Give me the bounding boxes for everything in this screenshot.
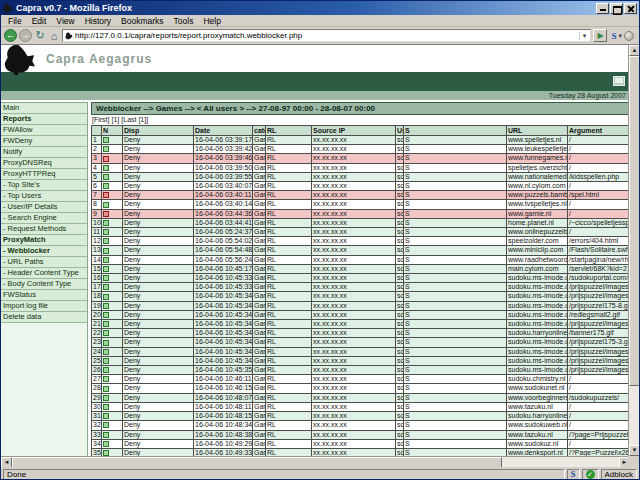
url-cell[interactable]: www.tvspelletjes.nl <box>507 200 568 209</box>
detail-cell[interactable] <box>102 182 123 191</box>
url-cell[interactable]: spelletjes.overzicht.nl <box>507 163 568 172</box>
scroll-up-icon[interactable]: ▲ <box>629 45 639 56</box>
vertical-scroll-thumb[interactable] <box>629 56 639 386</box>
detail-icon[interactable] <box>103 284 109 290</box>
url-cell[interactable]: www.sudokuweb.nl <box>507 421 568 430</box>
adblock-status[interactable]: Adblock <box>601 469 637 480</box>
url-cell[interactable]: sudoku.ms-imode.com <box>507 320 568 329</box>
sidebar-item[interactable]: - Webblocker <box>1 246 87 257</box>
detail-icon[interactable] <box>103 312 109 318</box>
url-cell[interactable]: sudoku.ms-imode.com <box>507 338 568 347</box>
go-button[interactable]: ▶ <box>593 29 607 42</box>
url-cell[interactable]: www.miniclip.com <box>507 246 568 255</box>
detail-icon[interactable] <box>103 376 109 382</box>
sidebar-item[interactable]: Reports <box>1 114 87 125</box>
reload-button[interactable]: ↻ <box>34 29 46 42</box>
sidebar-item[interactable]: ProxyMatch <box>1 235 87 246</box>
horizontal-scrollbar[interactable]: ◄ ► <box>1 456 630 467</box>
search-box[interactable]: S ▾ <box>609 29 636 42</box>
minimize-button[interactable] <box>596 3 609 14</box>
close-button[interactable] <box>624 3 637 14</box>
url-cell[interactable]: home.planet.nl <box>507 218 568 227</box>
detail-icon[interactable] <box>103 367 109 373</box>
pagination-link[interactable]: [Last [1]] <box>121 116 148 123</box>
back-button[interactable]: ← <box>4 29 17 42</box>
detail-icon[interactable] <box>103 303 109 309</box>
url-cell[interactable]: www.sudokuz.nl <box>507 439 568 448</box>
url-cell[interactable]: www.sudokunet.nl <box>507 384 568 393</box>
detail-cell[interactable] <box>102 439 123 448</box>
sidebar-item[interactable]: Main <box>1 103 87 114</box>
url-cell[interactable]: main.cylom.com <box>507 264 568 273</box>
menu-item[interactable]: View <box>51 16 79 26</box>
statusbar-s-icon[interactable]: S <box>567 469 580 480</box>
menu-item[interactable]: Edit <box>27 16 52 26</box>
detail-cell[interactable] <box>102 200 123 209</box>
detail-icon[interactable] <box>103 248 109 254</box>
column-header[interactable]: N <box>102 126 123 136</box>
url-bar[interactable]: http://127.0.0.1/capra/reports/report.pr… <box>62 29 591 42</box>
url-cell[interactable]: www.puzzels.bambamscorner.nl <box>507 191 568 200</box>
window-titlebar[interactable]: Capra v0.7 - Mozilla Firefox <box>1 1 639 15</box>
scroll-down-icon[interactable]: ▼ <box>629 445 639 456</box>
detail-cell[interactable] <box>102 237 123 246</box>
sidebar-item[interactable]: ProxyDNSReq <box>1 158 87 169</box>
detail-icon[interactable] <box>103 422 109 428</box>
sidebar-item[interactable]: - Top Site's <box>1 180 87 191</box>
column-header[interactable]: S <box>404 126 507 136</box>
detail-icon[interactable] <box>103 220 109 226</box>
menu-item[interactable]: Bookmarks <box>116 16 169 26</box>
url-cell[interactable]: sudoku.ms-imode.com <box>507 292 568 301</box>
detail-cell[interactable] <box>102 301 123 310</box>
detail-cell[interactable] <box>102 329 123 338</box>
url-cell[interactable]: speelzolder.com <box>507 237 568 246</box>
vertical-scrollbar[interactable]: ▲ ▼ <box>628 45 639 456</box>
url-cell[interactable]: www.voorbeginners.info <box>507 393 568 402</box>
scroll-left-icon[interactable]: ◄ <box>1 457 12 467</box>
detail-cell[interactable] <box>102 402 123 411</box>
detail-icon[interactable] <box>103 165 109 171</box>
column-header[interactable]: RL <box>266 126 312 136</box>
sidebar-item[interactable]: FWDeny <box>1 136 87 147</box>
detail-icon[interactable] <box>103 146 109 152</box>
detail-cell[interactable] <box>102 191 123 200</box>
detail-cell[interactable] <box>102 412 123 421</box>
url-cell[interactable]: sudoku.harryonline.nl <box>507 412 568 421</box>
url-cell[interactable]: www.nl.cylom.com <box>507 182 568 191</box>
detail-cell[interactable] <box>102 366 123 375</box>
sidebar-item[interactable]: - Body Content Type <box>1 279 87 290</box>
sidebar-item[interactable]: Import log file <box>1 301 87 312</box>
detail-icon[interactable] <box>103 294 109 300</box>
url-cell[interactable]: www.gamie.nl <box>507 209 568 218</box>
url-cell[interactable]: sudoku.ms-imode.com <box>507 356 568 365</box>
sidebar-item[interactable]: Delete data <box>1 312 87 323</box>
maximize-button[interactable] <box>610 3 623 14</box>
url-cell[interactable]: www.spelletjes.nl <box>507 136 568 145</box>
detail-cell[interactable] <box>102 421 123 430</box>
detail-cell[interactable] <box>102 430 123 439</box>
detail-cell[interactable] <box>102 228 123 237</box>
detail-icon[interactable] <box>103 229 109 235</box>
detail-cell[interactable] <box>102 320 123 329</box>
detail-cell[interactable] <box>102 246 123 255</box>
detail-icon[interactable] <box>103 266 109 272</box>
menu-item[interactable]: Help <box>198 16 225 26</box>
horizontal-scroll-thumb[interactable] <box>12 457 502 467</box>
detail-cell[interactable] <box>102 145 123 154</box>
search-engine-icon[interactable]: S <box>611 31 616 41</box>
sidebar-item[interactable]: - Search Engine <box>1 213 87 224</box>
column-header[interactable]: Disp <box>123 126 194 136</box>
sidebar-item[interactable]: - URL Paths <box>1 257 87 268</box>
menu-item[interactable]: File <box>3 16 27 26</box>
detail-icon[interactable] <box>103 404 109 410</box>
sidebar-item[interactable]: - Request Methods <box>1 224 87 235</box>
detail-cell[interactable] <box>102 209 123 218</box>
sidebar-item[interactable]: FWAllow <box>1 125 87 136</box>
url-input[interactable]: http://127.0.0.1/capra/reports/report.pr… <box>75 31 577 40</box>
detail-icon[interactable] <box>103 330 109 336</box>
detail-cell[interactable] <box>102 172 123 181</box>
url-cell[interactable]: www.leukespelletjes.nl <box>507 145 568 154</box>
detail-cell[interactable] <box>102 393 123 402</box>
detail-icon[interactable] <box>103 238 109 244</box>
url-cell[interactable]: sudoku.ms-imode.com <box>507 347 568 356</box>
